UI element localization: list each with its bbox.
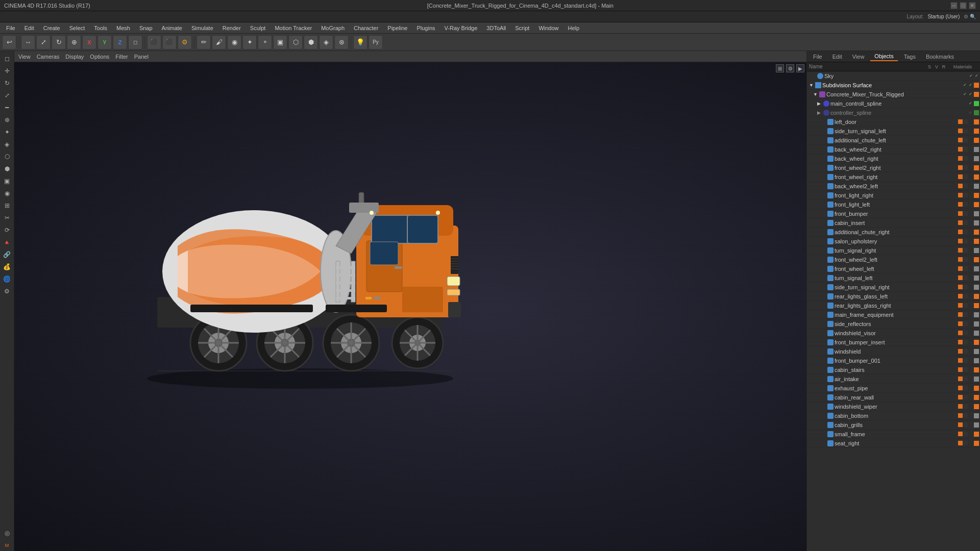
tab-view[interactable]: View [848,53,869,61]
menu-mesh[interactable]: Mesh [112,24,134,32]
scene-tree[interactable]: Sky ✓ ✓ ▼ Subdivision Surface ✓ ✓ [807,71,980,551]
tab-edit[interactable]: Edit [828,53,846,61]
tree-item-front_wheel_right[interactable]: front_wheel_right [807,172,980,182]
tree-item-front_wheel2_right[interactable]: front_wheel2_right [807,163,980,172]
tree-item-subdiv[interactable]: ▼ Subdivision Surface ✓ ✓ [807,81,980,90]
tree-item-front_light_left[interactable]: front_light_left [807,200,980,209]
maximize-button[interactable]: □ [960,2,967,9]
tree-item-sky[interactable]: Sky ✓ ✓ [807,71,980,81]
menu-tools[interactable]: Tools [90,24,111,32]
close-button[interactable]: ✕ [969,2,976,9]
tree-item-windshield[interactable]: windshield [807,347,980,356]
menu-sculpt[interactable]: Sculpt [246,24,270,32]
tree-item-small_frame[interactable]: small_frame [807,430,980,439]
menu-help[interactable]: Help [564,24,584,32]
tree-item-additional_chute_right[interactable]: additional_chute_right [807,228,980,237]
tree-item-truck[interactable]: ▼ Concrete_Mixer_Truck_Rigged ✓ ✓ [807,90,980,99]
tree-item-turn_signal_right[interactable]: turn_signal_right [807,246,980,255]
tool9[interactable]: ◈ [319,35,333,49]
render-all[interactable]: ⬛ [162,35,177,49]
left-tool-select[interactable]: ◻ [2,53,13,64]
tree-item-exhaust_pipe[interactable]: exhaust_pipe [807,384,980,393]
tool3[interactable]: ◉ [227,35,241,49]
tree-item-main_frame_equipment[interactable]: main_frame_equipment [807,310,980,319]
left-tool-5[interactable]: ━ [2,102,13,113]
tree-item-cabin_stairs[interactable]: cabin_stairs [807,365,980,374]
tree-item-front_light_right[interactable]: front_light_right [807,191,980,200]
menu-character[interactable]: Character [350,24,382,32]
minimize-button[interactable]: ─ [950,2,958,9]
tree-item-front_wheel_left[interactable]: front_wheel_left [807,264,980,273]
left-tool-bottom[interactable]: ◎ [2,528,13,539]
tree-item-additional_chute_left[interactable]: additional_chute_left [807,136,980,145]
python-tool[interactable]: Py [369,35,383,49]
xyz-y[interactable]: Y [97,35,112,49]
menu-pipeline[interactable]: Pipeline [383,24,411,32]
rotate-tool[interactable]: ↻ [52,35,66,49]
left-tool-6[interactable]: ⊕ [2,114,13,126]
tool10[interactable]: ⊛ [334,35,349,49]
menu-snap[interactable]: Snap [135,24,157,32]
xyz-z[interactable]: Z [113,35,127,49]
vis-enabled2[interactable]: ✓ [974,73,979,79]
left-tool-maxon[interactable]: M [2,540,13,551]
vis-enabled-s2[interactable]: ✓ [968,83,973,88]
tool5[interactable]: ⚬ [258,35,272,49]
vp-menu-filter[interactable]: Filter [115,54,128,60]
tree-item-left_door[interactable]: left_door [807,117,980,127]
viewport-maximize[interactable]: ⊞ [776,64,784,72]
tree-item-rear_lights_glass_left[interactable]: rear_lights_glass_left [807,292,980,301]
left-tool-11[interactable]: ▣ [2,176,13,187]
tree-item-cabin_insert[interactable]: cabin_insert [807,218,980,228]
tree-item-cabin_bottom[interactable]: cabin_bottom [807,411,980,420]
tree-item-back_wheel2_right[interactable]: back_wheel2_right [807,145,980,154]
left-tool-17[interactable]: 🔗 [2,249,13,260]
vp-menu-cameras[interactable]: Cameras [37,54,60,60]
left-tool-rotate[interactable]: ↻ [2,78,13,89]
viewport-options[interactable]: ⚙ [786,64,794,72]
menu-animate[interactable]: Animate [158,24,186,32]
menu-create[interactable]: Create [39,24,64,32]
light-tool[interactable]: 💡 [353,35,368,49]
vis-cs[interactable]: ○ [968,110,973,115]
menu-motion-tracker[interactable]: Motion Tracker [271,24,316,32]
brush-tool[interactable]: 🖌 [212,35,226,49]
undo-button[interactable]: ↩ [2,35,16,49]
object-mode[interactable]: ◻ [128,35,142,49]
tree-item-cabin_grills[interactable]: cabin_grills [807,420,980,430]
left-tool-15[interactable]: ⟳ [2,224,13,236]
tree-item-salon_upholstery[interactable]: salon_upholstery [807,237,980,246]
left-tool-scale[interactable]: ⤢ [2,90,13,101]
tree-item-windshield_visor[interactable]: windshield_visor [807,329,980,338]
tree-item-side_reflectors[interactable]: side_reflectors [807,319,980,329]
left-tool-10[interactable]: ⬢ [2,163,13,174]
menu-render[interactable]: Render [218,24,245,32]
left-tool-move[interactable]: ✛ [2,65,13,77]
viewport-render[interactable]: ▶ [796,64,804,72]
left-tool-14[interactable]: ✂ [2,212,13,223]
tree-item-front_bumper[interactable]: front_bumper [807,209,980,218]
vis-enabled-t[interactable]: ✓ [962,92,967,97]
vp-menu-panel[interactable]: Panel [134,54,149,60]
tree-item-ctrl-spline[interactable]: ▶ controller_spline ○ [807,108,980,117]
tool6[interactable]: ▣ [273,35,287,49]
vp-menu-display[interactable]: Display [65,54,84,60]
left-tool-12[interactable]: ◉ [2,188,13,199]
tree-item-cabin_rear_wall[interactable]: cabin_rear_wall [807,393,980,402]
viewport[interactable]: ⊞ ⚙ ▶ [14,62,806,551]
menu-mograph[interactable]: MoGraph [317,24,349,32]
tree-item-turn_signal_left[interactable]: turn_signal_left [807,273,980,283]
vis-enabled-s[interactable]: ✓ [962,83,967,88]
menu-file[interactable]: File [2,24,19,32]
render-settings[interactable]: ⚙ [178,35,192,49]
menu-simulate[interactable]: Simulate [187,24,217,32]
menu-vray[interactable]: V-Ray Bridge [440,24,482,32]
tree-item-rear_lights_glass_right[interactable]: rear_lights_glass_right [807,301,980,310]
tool7[interactable]: ⬡ [288,35,303,49]
left-tool-8[interactable]: ◈ [2,139,13,150]
tree-item-back_wheel_right[interactable]: back_wheel_right [807,154,980,163]
left-tool-9[interactable]: ⬡ [2,151,13,162]
vis-ms[interactable]: ✓ [968,101,973,106]
menu-edit[interactable]: Edit [20,24,38,32]
paint-tool[interactable]: ✏ [197,35,211,49]
